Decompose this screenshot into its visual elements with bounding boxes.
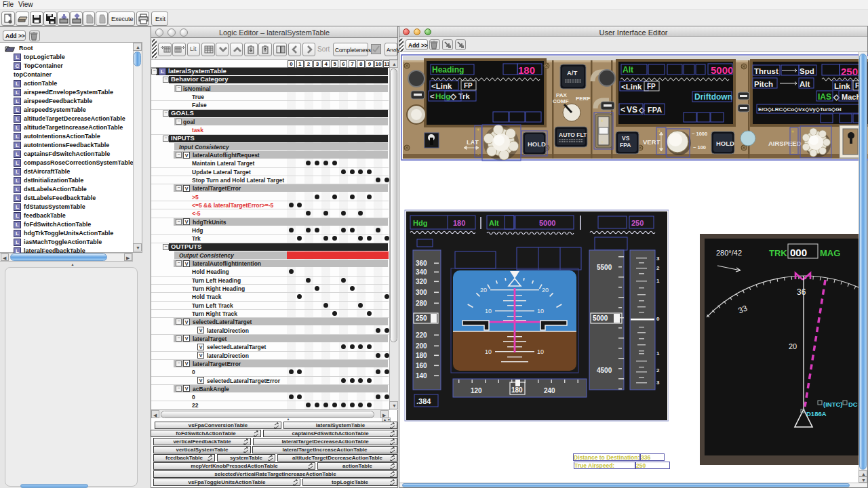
svg-text:E/O◇LRC◇Co◇Vx◇Vy◇Turb◇Gl: E/O◇LRC◇Co◇Vx◇Vy◇Turb◇Gl: [758, 106, 842, 113]
svg-text:280°/42: 280°/42: [716, 249, 742, 257]
svg-text:Trk: Trk: [458, 92, 470, 100]
svg-text:PERF: PERF: [576, 96, 590, 102]
svg-text:D186A: D186A: [806, 410, 827, 418]
svg-text:300: 300: [416, 289, 427, 296]
svg-text:DC: DC: [848, 401, 858, 408]
svg-text:Alt: Alt: [623, 65, 633, 75]
svg-text:360: 360: [416, 260, 427, 267]
svg-text:10: 10: [537, 348, 544, 355]
svg-text:240: 240: [544, 387, 555, 394]
svg-text:320: 320: [416, 278, 427, 285]
svg-text:TRK: TRK: [769, 248, 787, 258]
svg-text:A/T: A/T: [567, 69, 578, 77]
svg-text:.384: .384: [416, 397, 431, 405]
svg-text:180: 180: [511, 386, 523, 394]
svg-text:10: 10: [537, 308, 544, 314]
svg-text:◇: ◇: [450, 92, 457, 100]
svg-text:36: 36: [797, 287, 806, 297]
svg-text:2: 2: [656, 367, 660, 373]
svg-text:160: 160: [416, 362, 427, 369]
svg-text:10: 10: [485, 308, 492, 314]
svg-text:1: 1: [656, 350, 660, 357]
svg-text:2: 2: [656, 265, 660, 271]
svg-text:FP: FP: [647, 83, 656, 90]
svg-text:Spd: Spd: [800, 67, 814, 75]
svg-text:280: 280: [416, 300, 427, 307]
svg-text:+: +: [791, 129, 794, 134]
svg-text:+: +: [477, 127, 479, 132]
svg-text:10: 10: [485, 348, 492, 355]
svg-text:4500: 4500: [597, 367, 612, 374]
svg-text:5000: 5000: [539, 219, 555, 227]
svg-text:VERT: VERT: [643, 138, 660, 146]
svg-text:250: 250: [416, 314, 427, 322]
svg-text:Hdg: Hdg: [435, 92, 450, 100]
svg-text:Link: Link: [834, 82, 850, 90]
svg-text:FPA: FPA: [620, 142, 631, 148]
svg-text:MAG: MAG: [820, 248, 840, 258]
svg-text:VS: VS: [627, 105, 637, 115]
svg-text:PAX: PAX: [556, 92, 568, 98]
svg-text:+: +: [658, 129, 660, 134]
svg-text:140: 140: [416, 372, 427, 380]
svg-text:20: 20: [542, 287, 549, 293]
svg-text:20: 20: [480, 287, 487, 293]
svg-text:3: 3: [656, 256, 660, 262]
svg-text:<: <: [620, 105, 625, 115]
svg-text:1: 1: [656, 278, 660, 284]
svg-text:Pitch: Pitch: [754, 80, 773, 88]
svg-text:180: 180: [416, 352, 427, 359]
svg-text:~ 1000: ~ 1000: [692, 131, 707, 137]
svg-text:Driftdown: Driftdown: [694, 92, 732, 102]
svg-text:000: 000: [790, 247, 807, 258]
svg-text:250: 250: [631, 219, 644, 227]
svg-text:20: 20: [789, 342, 797, 350]
svg-text:(INTC): (INTC): [823, 401, 843, 408]
svg-text:<: <: [430, 92, 435, 100]
svg-text:3: 3: [656, 380, 660, 386]
svg-text:FP: FP: [464, 82, 473, 89]
svg-text:IAS: IAS: [818, 92, 831, 102]
svg-text:+: +: [601, 119, 604, 123]
svg-text:COMF: COMF: [553, 98, 569, 104]
svg-text:AUTO FLT: AUTO FLT: [559, 131, 587, 138]
svg-text:0: 0: [656, 316, 660, 322]
svg-text:AIRSPEED: AIRSPEED: [768, 140, 802, 147]
svg-text:180: 180: [453, 219, 465, 227]
svg-text:5000: 5000: [593, 314, 608, 322]
svg-text:~ 100: ~ 100: [693, 144, 706, 150]
svg-text:LAT: LAT: [467, 138, 479, 146]
svg-text:Alt: Alt: [489, 219, 499, 227]
svg-text:Heading: Heading: [432, 65, 464, 75]
svg-text:<Link: <Link: [621, 83, 642, 91]
svg-text:5000: 5000: [711, 64, 733, 76]
svg-text:HOLD: HOLD: [528, 140, 546, 148]
svg-text:Thrust: Thrust: [754, 67, 778, 75]
svg-text:Alt: Alt: [800, 80, 810, 88]
svg-text:340: 340: [416, 268, 427, 276]
svg-text:200: 200: [416, 342, 427, 350]
svg-text:220: 220: [416, 331, 427, 339]
svg-text:Hdg: Hdg: [413, 219, 427, 227]
svg-text:120: 120: [471, 387, 482, 394]
svg-text:HOLD: HOLD: [716, 140, 734, 147]
svg-text:<Link: <Link: [431, 82, 452, 90]
svg-text:5500: 5500: [597, 264, 612, 271]
svg-text:FPA: FPA: [648, 106, 662, 114]
svg-text:180: 180: [518, 64, 535, 76]
svg-text:VS: VS: [622, 135, 630, 142]
